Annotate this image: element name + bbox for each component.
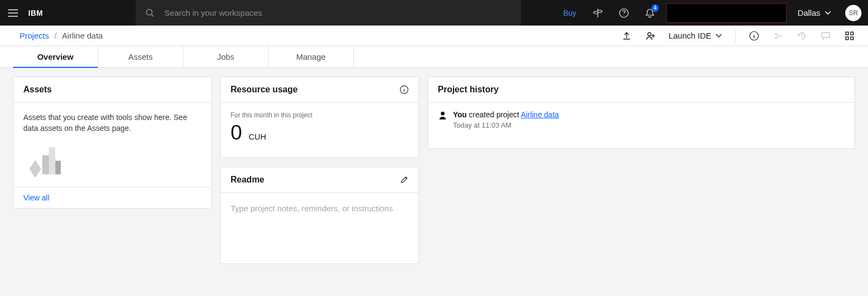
comments-button — [820, 30, 831, 41]
svg-rect-7 — [851, 37, 853, 40]
resource-info-button[interactable] — [400, 85, 409, 94]
readme-card: Readme Type project notes, reminders, or… — [220, 167, 419, 264]
assets-card: Assets Assets that you create with tools… — [13, 77, 212, 209]
region-selector[interactable]: Dallas — [790, 8, 839, 17]
usage-period-label: For this month in this project — [231, 111, 409, 119]
launch-ide-button[interactable]: Launch IDE — [669, 31, 722, 40]
help-icon — [619, 8, 629, 18]
tab-jobs[interactable]: Jobs — [183, 46, 269, 67]
upload-icon — [622, 31, 631, 41]
assets-description: Assets that you create with tools show h… — [23, 112, 201, 134]
history-actor: You — [453, 110, 467, 119]
readme-placeholder[interactable]: Type project notes, reminders, or instru… — [221, 193, 418, 263]
search-input[interactable] — [164, 8, 511, 17]
search-region[interactable] — [136, 0, 521, 26]
svg-point-13 — [441, 112, 445, 116]
search-icon — [145, 8, 155, 18]
project-history-card: Project history You created project Airl… — [427, 77, 855, 149]
breadcrumb-root[interactable]: Projects — [20, 31, 49, 40]
menu-button[interactable] — [0, 9, 26, 17]
svg-rect-10 — [49, 147, 55, 174]
add-user-icon — [646, 31, 655, 41]
tab-manage[interactable]: Manage — [269, 46, 354, 67]
svg-point-0 — [146, 9, 152, 15]
bars-icon — [23, 139, 61, 177]
brand-label: IBM — [26, 9, 136, 17]
resource-usage-card: Resource usage For this month in this pr… — [220, 77, 419, 158]
chevron-down-icon — [825, 11, 831, 15]
user-icon — [438, 110, 448, 120]
info-icon — [749, 31, 759, 41]
history-link[interactable]: Airline data — [521, 110, 559, 119]
history-time: Today at 11:03 AM — [453, 121, 559, 129]
usage-unit: CUH — [248, 132, 266, 141]
grid-icon — [845, 31, 854, 41]
hamburger-icon — [8, 9, 18, 17]
history-icon — [797, 31, 807, 41]
notifications-button[interactable]: 4 — [637, 0, 663, 26]
tabs: Overview Assets Jobs Manage — [0, 46, 868, 68]
history-button — [796, 30, 807, 41]
help-button[interactable] — [611, 0, 637, 26]
chat-icon — [821, 31, 831, 41]
notification-badge: 4 — [652, 4, 659, 12]
history-card-title: Project history — [438, 85, 499, 95]
tab-assets[interactable]: Assets — [98, 46, 183, 67]
view-all-link[interactable]: View all — [23, 193, 49, 202]
assets-card-title: Assets — [23, 85, 52, 95]
resource-card-title: Resource usage — [231, 85, 298, 95]
guide-button[interactable] — [585, 0, 611, 26]
svg-rect-4 — [846, 32, 848, 35]
svg-rect-11 — [55, 161, 61, 174]
avatar[interactable]: SR — [845, 5, 861, 21]
flow-icon — [773, 31, 783, 41]
usage-value: 0 — [231, 121, 242, 144]
readme-card-title: Readme — [231, 175, 264, 185]
launch-ide-label: Launch IDE — [669, 31, 711, 40]
flow-button — [773, 30, 783, 41]
signpost-icon — [593, 8, 603, 18]
buy-button[interactable]: Buy — [554, 0, 585, 26]
breadcrumb-current: Airline data — [62, 31, 103, 40]
assets-illustration — [23, 139, 201, 177]
upload-button[interactable] — [621, 30, 632, 41]
svg-marker-8 — [30, 161, 41, 177]
tab-overview[interactable]: Overview — [13, 46, 98, 68]
history-avatar — [438, 110, 448, 120]
breadcrumb: Projects / Airline data — [20, 31, 103, 40]
history-action: created project — [467, 110, 521, 119]
history-entry: You created project Airline data — [453, 110, 559, 119]
region-label: Dallas — [797, 8, 820, 17]
svg-rect-6 — [846, 37, 848, 40]
alert-box[interactable] — [666, 3, 787, 23]
svg-rect-9 — [42, 155, 49, 174]
action-divider — [735, 29, 736, 42]
edit-icon — [400, 175, 409, 184]
chevron-down-icon — [716, 34, 722, 38]
info-button[interactable] — [749, 30, 760, 41]
edit-readme-button[interactable] — [400, 175, 409, 184]
info-icon — [400, 85, 409, 94]
svg-rect-5 — [851, 32, 853, 35]
add-collaborator-button[interactable] — [645, 30, 656, 41]
svg-point-2 — [648, 33, 651, 36]
breadcrumb-separator: / — [54, 31, 56, 40]
apps-button[interactable] — [844, 30, 855, 41]
